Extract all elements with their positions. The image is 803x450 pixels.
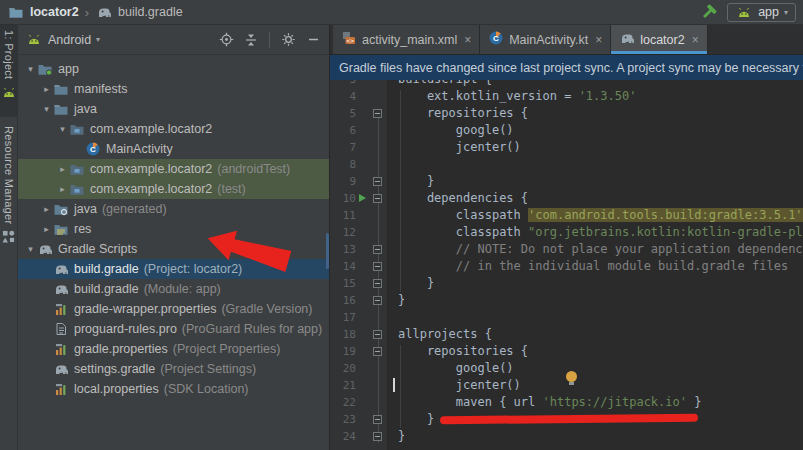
code-line[interactable]: 12 classpath "org.jetbrains.kotlin:kotli… — [330, 224, 803, 241]
project-panel-header: Android ▾ — [18, 25, 329, 55]
tree-row-label: gradle-wrapper.properties — [74, 302, 216, 316]
code-line[interactable]: 17 — [330, 309, 803, 326]
run-configuration-select[interactable]: app ▾ — [727, 3, 796, 22]
chevron-icon[interactable]: ▸ — [40, 204, 53, 214]
code-line[interactable]: 13 // NOTE: Do not place your applicatio… — [330, 241, 803, 258]
line-number: 24 — [330, 428, 356, 445]
breadcrumb-project[interactable]: locator2 — [30, 5, 79, 19]
run-gutter — [356, 360, 370, 377]
fold-icon[interactable] — [373, 194, 382, 203]
code-line[interactable]: 11 classpath 'com.android.tools.build:gr… — [330, 207, 803, 224]
tree-row-label: com.example.locator2 — [90, 122, 212, 136]
fold-gutter — [370, 241, 388, 258]
code-line[interactable]: 19 repositories { — [330, 343, 803, 360]
chevron-icon[interactable]: ▸ — [40, 84, 53, 94]
resource-manager-icon — [2, 229, 15, 247]
close-tab-icon[interactable]: × — [692, 33, 699, 47]
fold-icon[interactable] — [373, 296, 382, 305]
fold-icon[interactable] — [373, 415, 382, 424]
editor-tab[interactable]: <> activity_main.xml × — [333, 25, 480, 54]
editor-tab[interactable]: locator2 × — [611, 25, 708, 54]
chevron-icon[interactable]: ▾ — [24, 244, 37, 254]
fold-icon[interactable] — [373, 330, 382, 339]
code-line[interactable]: 14 // in the individual module build.gra… — [330, 258, 803, 275]
tree-row[interactable]: gradle-wrapper.properties (Gradle Versio… — [18, 299, 329, 319]
editor-body[interactable]: Gradle files have changed since last pro… — [330, 55, 803, 450]
gradle-sync-banner: Gradle files have changed since last pro… — [330, 55, 803, 80]
tree-row[interactable]: local.properties (SDK Location) — [18, 379, 329, 399]
properties-icon — [53, 381, 69, 397]
close-tab-icon[interactable]: × — [595, 33, 602, 47]
build-hammer-icon[interactable] — [699, 3, 717, 21]
code-line[interactable]: 24 } — [330, 428, 803, 445]
fold-icon[interactable] — [373, 432, 382, 441]
tree-row[interactable]: ▸ manifests — [18, 79, 329, 99]
editor-tab[interactable]: C MainActivity.kt × — [480, 25, 611, 54]
tree-row[interactable]: ▸ com.example.locator2 (androidTest) — [18, 159, 329, 179]
chevron-icon[interactable]: ▸ — [40, 224, 53, 234]
line-number: 9 — [330, 173, 356, 190]
line-number: 18 — [330, 326, 356, 343]
folder-res-icon — [53, 221, 69, 237]
locate-file-icon[interactable] — [217, 31, 235, 49]
tree-row[interactable]: ▾ java — [18, 99, 329, 119]
fold-icon[interactable] — [373, 177, 382, 186]
hide-panel-icon[interactable] — [304, 31, 322, 49]
package-icon — [69, 181, 85, 197]
code-line[interactable]: 15 } — [330, 275, 803, 292]
fold-gutter — [370, 292, 388, 309]
chevron-down-icon[interactable]: ▾ — [96, 35, 100, 44]
folder-icon — [53, 81, 69, 97]
gear-icon[interactable] — [279, 31, 297, 49]
tree-row[interactable]: C MainActivity — [18, 139, 329, 159]
code-line[interactable]: 6 google() — [330, 122, 803, 139]
run-icon[interactable] — [359, 194, 366, 202]
code-line[interactable]: 4 ext.kotlin_version = '1.3.50' — [330, 88, 803, 105]
run-gutter — [356, 224, 370, 241]
code-line[interactable]: 9 } — [330, 173, 803, 190]
tree-row[interactable]: gradle.properties (Project Properties) — [18, 339, 329, 359]
tree-row[interactable]: ▾ app — [18, 59, 329, 79]
folder-gen-icon — [53, 201, 69, 217]
stripe-tab-resource-manager[interactable]: Resource Manager — [0, 121, 17, 263]
run-gutter — [356, 241, 370, 258]
chevron-icon[interactable]: ▾ — [56, 124, 69, 134]
fold-icon[interactable] — [373, 347, 382, 356]
close-tab-icon[interactable]: × — [464, 33, 471, 47]
code-line[interactable]: 5 repositories { — [330, 105, 803, 122]
code-line[interactable]: 8 — [330, 156, 803, 173]
fold-icon[interactable] — [373, 279, 382, 288]
tree-row[interactable]: ▸ com.example.locator2 (test) — [18, 179, 329, 199]
code-line[interactable]: 7 jcenter() — [330, 139, 803, 156]
chevron-icon[interactable]: ▸ — [56, 164, 69, 174]
fold-icon[interactable] — [373, 245, 382, 254]
tree-row[interactable]: settings.gradle (Project Settings) — [18, 359, 329, 379]
code-line[interactable]: 22 maven { url 'https://jitpack.io' } — [330, 394, 803, 411]
fold-icon[interactable] — [373, 262, 382, 271]
breadcrumb-file[interactable]: build.gradle — [118, 5, 183, 19]
chevron-icon[interactable]: ▾ — [40, 104, 53, 114]
tree-row-annotation: (generated) — [102, 202, 167, 216]
tree-scrollbar[interactable] — [326, 233, 329, 269]
tree-row-label: java — [74, 202, 97, 216]
collapse-all-icon[interactable] — [242, 31, 260, 49]
chevron-icon[interactable]: ▾ — [24, 64, 37, 74]
chevron-icon[interactable]: ▸ — [56, 184, 69, 194]
folder-icon — [53, 101, 69, 117]
line-number: 14 — [330, 258, 356, 275]
tree-row[interactable]: ▸ java (generated) — [18, 199, 329, 219]
code-line[interactable]: 16 } — [330, 292, 803, 309]
line-number: 17 — [330, 309, 356, 326]
intention-lightbulb-icon[interactable] — [566, 371, 577, 382]
tree-row[interactable]: proguard-rules.pro (ProGuard Rules for a… — [18, 319, 329, 339]
project-view-selector[interactable]: Android — [48, 33, 91, 47]
run-gutter — [356, 309, 370, 326]
code-editor[interactable]: 3 buildscript { 4 ext.kotlin_version = '… — [330, 71, 803, 450]
tree-row[interactable]: ▾ com.example.locator2 — [18, 119, 329, 139]
code-line[interactable]: 18 allprojects { — [330, 326, 803, 343]
fold-icon[interactable] — [373, 109, 382, 118]
editor-tab-label: MainActivity.kt — [509, 33, 588, 47]
stripe-tab-project[interactable]: 1: Project — [0, 25, 17, 117]
code-line[interactable]: 10 dependencies { — [330, 190, 803, 207]
fold-gutter — [370, 275, 388, 292]
